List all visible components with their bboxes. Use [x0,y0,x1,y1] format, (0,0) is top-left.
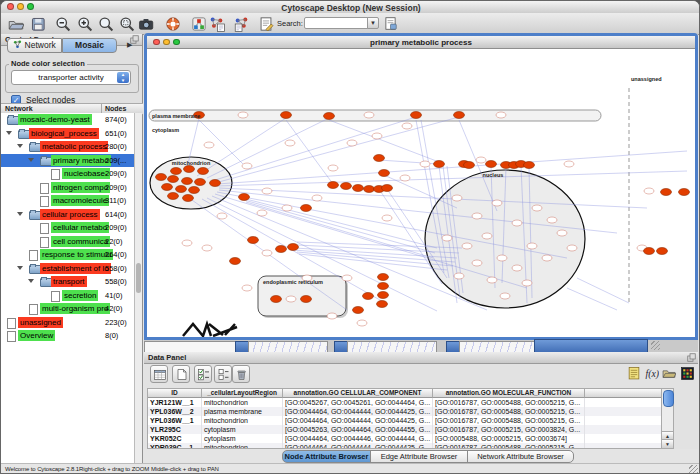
disclosure-triangle-icon[interactable] [28,279,34,283]
network-node[interactable] [512,220,522,226]
network-node[interactable] [527,243,537,249]
tree-col-network[interactable]: Network [5,104,33,113]
network-node[interactable] [327,313,337,319]
table-cell[interactable]: [GO:0044464, GO:0044444, GO:0044425, G..… [283,407,433,416]
network-node[interactable] [492,200,502,206]
node-color-dropdown[interactable]: transporter activity ▲▼ [11,70,131,85]
table-cell[interactable]: YKR052C [148,434,202,443]
tree-row[interactable]: Overview8(0) [1,329,134,343]
network-node-selected[interactable] [661,189,672,196]
tree-row[interactable]: mosaic-demo-yeast874(0) [1,113,134,127]
tree-row-label[interactable]: nucleobase- [62,168,110,179]
tree-row[interactable]: biological_process651(0) [1,127,134,141]
table-cell[interactable]: cytoplasm [202,425,283,434]
tree-row[interactable]: nitrogen compo209(0) [1,181,134,195]
network-node-selected[interactable] [377,301,388,308]
network-node[interactable] [286,296,296,302]
table-row[interactable]: YLR295Ccytoplasm[GO:0045263, GO:0044464,… [148,425,661,434]
table-row[interactable]: YJR121W__1mitochondrion[GO:0045267, GO:0… [148,398,661,407]
zoom-fit-icon[interactable] [97,15,114,32]
disclosure-triangle-icon[interactable] [17,266,23,270]
scroll-down-icon[interactable]: ▼ [662,439,673,448]
table-scrollbar-thumb[interactable] [663,390,674,407]
zoom-in-icon[interactable] [76,15,93,32]
network-node-selected[interactable] [363,293,374,300]
table-cell[interactable]: [GO:0045263, GO:0044464, GO:0044455, G..… [283,425,433,434]
network-node[interactable] [476,157,486,163]
table-scrollbar[interactable]: ▲ ▼ [661,388,674,449]
tab-network[interactable]: Network [7,38,62,53]
network-node[interactable] [472,260,482,266]
tree-row-label[interactable]: mosaic-demo-yeast [18,114,92,125]
network-node-selected[interactable] [434,161,445,168]
table-cell[interactable]: [GO:0044464, GO:0044444, GO:0044425, G..… [283,443,433,449]
table-cell[interactable]: [GO:0044464, GO:0044444, GO:0044425, G..… [283,416,433,425]
network-node[interactable] [257,210,267,216]
notes-icon[interactable] [626,365,642,381]
tree-row-label[interactable]: transport [51,276,87,287]
network-node-selected[interactable] [230,258,241,265]
tree-row-label[interactable]: macromolecule [51,195,109,206]
tree-row[interactable]: multi-organism pro42(0) [1,302,134,316]
table-cell[interactable]: mitochondrion [202,443,283,449]
table-cell[interactable]: YPL036W__2 [148,407,202,416]
network-node-selected[interactable] [364,186,375,193]
table-cell[interactable]: YDR039C__1 [148,443,202,449]
network-node[interactable] [512,265,522,271]
select-all-attributes-icon[interactable] [194,365,212,383]
create-attribute-icon[interactable] [172,365,190,383]
network-node[interactable] [542,255,552,261]
disclosure-triangle-icon[interactable] [17,212,23,216]
network-node[interactable] [454,273,464,279]
table-cell[interactable]: YJR121W__1 [148,398,202,407]
open-file-icon[interactable] [7,15,24,32]
network-node[interactable] [282,205,292,211]
network-node[interactable] [522,280,532,286]
network-node-selected[interactable] [182,178,193,185]
network-node[interactable] [328,165,338,171]
tree-row-label[interactable]: establishment of lo [40,263,111,274]
network-node[interactable] [644,188,654,194]
network-node[interactable] [242,285,252,291]
function-builder-icon[interactable]: f(x) [644,365,660,381]
zoom-out-icon[interactable] [54,15,71,32]
attribute-matrix-icon[interactable] [679,365,695,381]
network-node-selected[interactable] [486,161,497,168]
network-node-selected[interactable] [195,179,206,186]
network-node[interactable] [547,217,557,223]
table-cell[interactable]: [GO:0045267, GO:0045261, GO:0044464, G..… [283,398,433,407]
network-node-selected[interactable] [210,180,221,187]
network-node-selected[interactable] [168,193,179,200]
network-node-selected[interactable] [524,162,535,169]
table-cell[interactable]: [GO:0016787, GO:0005488, GO:0005215, G..… [433,398,585,407]
tree-row-label[interactable]: primary metabo [51,155,111,166]
layout-network-icon[interactable] [208,15,225,32]
network-node[interactable] [262,250,272,256]
tree-row-label[interactable]: cellular metabo [51,222,109,233]
network-node[interactable] [364,112,374,118]
snapshot-icon[interactable] [137,15,154,32]
tree-row-label[interactable]: Overview [18,330,55,341]
table-cell[interactable]: [GO:0016787, GO:0005215, GO:0003824, G..… [433,425,585,434]
network-node-selected[interactable] [168,176,179,183]
tree-row[interactable]: cell communica22(0) [1,235,134,249]
float-panel-icon[interactable] [687,353,696,365]
import-attributes-icon[interactable] [661,365,677,381]
table-row[interactable]: YDR039C__1mitochondrion[GO:0044464, GO:0… [148,443,661,449]
network-node[interactable] [217,213,227,219]
network-node-selected[interactable] [276,246,287,253]
table-cell[interactable]: mitochondrion [202,398,283,407]
network-node-selected[interactable] [288,244,299,251]
tree-row[interactable]: secretion41(0) [1,289,134,303]
vizmapper-icon[interactable] [190,15,207,32]
tree-col-nodes[interactable]: Nodes [105,104,126,113]
network-node[interactable] [204,142,214,148]
network-node[interactable] [312,195,322,201]
network-node-selected[interactable] [281,112,292,119]
column-header[interactable]: annotation.GO MOLECULAR_FUNCTION [433,389,585,398]
view-resize-grip[interactable] [651,341,660,350]
network-node[interactable] [420,161,430,167]
network-node-selected[interactable] [176,186,187,193]
network-canvas[interactable]: plasma membranecytoplasmmitochondrionnuc… [147,48,695,337]
import-network-icon[interactable] [382,15,399,32]
